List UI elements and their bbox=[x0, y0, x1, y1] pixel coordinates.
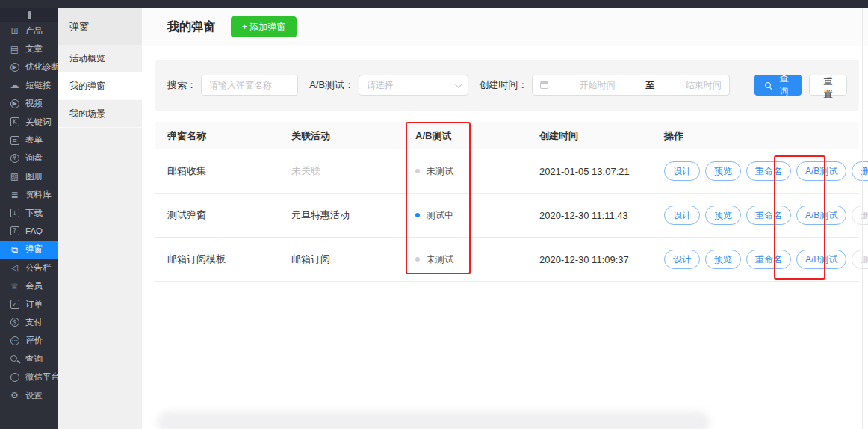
article-icon: ▤ bbox=[9, 43, 20, 55]
sidebar-item-library[interactable]: ≣ 资料库 bbox=[0, 186, 58, 204]
date-range-input[interactable]: 开始时间 至 结束时间 bbox=[532, 75, 730, 96]
col-linked-activity: 关联活动 bbox=[279, 129, 403, 143]
dollar-circle-icon: $ bbox=[10, 318, 19, 327]
sidebar-item-label: 订单 bbox=[25, 299, 43, 310]
sidebar-item-keywords[interactable]: K 关键词 bbox=[0, 113, 58, 131]
secondary-sidebar-nav: 活动概览 我的弹窗 我的场景 bbox=[58, 45, 142, 128]
design-button[interactable]: 设计 bbox=[664, 206, 700, 225]
sidebar-item-orders[interactable]: ✓ 订单 bbox=[0, 295, 58, 313]
sidebar-logo-area[interactable] bbox=[0, 8, 58, 22]
linked-activity: 元旦特惠活动 bbox=[279, 209, 403, 222]
sidebar-item-optimization-diagnosis[interactable]: ▶ 优化诊断 bbox=[0, 58, 58, 76]
sidebar-item-label: 资料库 bbox=[25, 189, 52, 200]
preview-button[interactable]: 预览 bbox=[705, 206, 741, 225]
sidebar-item-forms[interactable]: ≡ 表单 bbox=[0, 131, 58, 149]
subnav-item-label: 我的弹窗 bbox=[69, 81, 105, 91]
sidebar-item-faq[interactable]: ? FAQ bbox=[0, 222, 58, 240]
sidebar-item-label: 会员 bbox=[25, 280, 43, 291]
collapse-logo-bar-icon bbox=[28, 11, 31, 19]
calendar-icon bbox=[540, 81, 548, 89]
rename-button[interactable]: 重命名 bbox=[746, 161, 791, 181]
page-header: 我的弹窗 + 添加弹窗 bbox=[142, 8, 868, 46]
form-icon: ≡ bbox=[10, 136, 19, 145]
megaphone-icon: ◁ bbox=[9, 262, 20, 274]
delete-button-disabled: 删除 bbox=[852, 250, 868, 269]
design-button[interactable]: 设计 bbox=[664, 250, 700, 269]
library-icon: ≣ bbox=[9, 189, 20, 200]
table-header: 弹窗名称 关联活动 A/B测试 创建时间 操作 bbox=[155, 122, 859, 149]
sidebar-item-label: 微信平台 bbox=[25, 371, 60, 383]
main-sidebar: ⊞ 产品 ▤ 文章 ▶ 优化诊断 ☁ 短链接 ▶ 视频 K 关键词 bbox=[0, 8, 58, 429]
sidebar-item-products[interactable]: ⊞ 产品 bbox=[0, 22, 58, 40]
subnav-item-activity-overview[interactable]: 活动概览 bbox=[58, 45, 142, 72]
sidebar-item-label: 短链接 bbox=[25, 80, 52, 91]
col-abtest: A/B测试 bbox=[403, 129, 527, 143]
sidebar-item-label: 设置 bbox=[25, 390, 43, 401]
sidebar-item-members[interactable]: ♕ 会员 bbox=[0, 277, 58, 294]
delete-button[interactable]: 删除 bbox=[852, 161, 868, 181]
sidebar-item-label: 弹窗 bbox=[25, 244, 43, 255]
abtest-select-value: 请选择 bbox=[367, 79, 394, 92]
sidebar-item-payments[interactable]: $ 支付 bbox=[0, 313, 58, 331]
download-icon: ↓ bbox=[10, 209, 19, 217]
preview-button[interactable]: 预览 bbox=[705, 250, 741, 269]
search-icon bbox=[9, 354, 20, 365]
design-button[interactable]: 设计 bbox=[664, 161, 700, 181]
created-time-label: 创建时间： bbox=[479, 78, 527, 92]
preview-button[interactable]: 预览 bbox=[705, 161, 741, 181]
created-time: 2021-01-05 13:07:21 bbox=[527, 166, 652, 177]
query-button[interactable]: 查询 bbox=[754, 75, 802, 96]
page-title: 我的弹窗 bbox=[167, 19, 215, 35]
abtest-status: 未测试 bbox=[403, 253, 527, 266]
browser-top-bar bbox=[0, 0, 868, 8]
add-popup-button[interactable]: + 添加弹窗 bbox=[231, 16, 297, 37]
status-dot-icon bbox=[415, 213, 420, 217]
sidebar-item-label: 支付 bbox=[25, 317, 43, 328]
order-check-icon: ✓ bbox=[10, 300, 19, 309]
col-actions: 操作 bbox=[652, 129, 859, 143]
rename-button[interactable]: 重命名 bbox=[746, 250, 791, 269]
sidebar-item-inquiries[interactable]: ¥ 询盘 bbox=[0, 149, 58, 167]
sidebar-item-label: 视频 bbox=[25, 98, 43, 109]
sidebar-item-popups[interactable]: ⧉ 弹窗 bbox=[0, 241, 58, 259]
subnav-item-my-scenes[interactable]: 我的场景 bbox=[58, 100, 142, 128]
filter-bar: 搜索： 请输入弹窗名称 A/B测试： 请选择 创建时间： 开始时间 至 结束时间… bbox=[155, 60, 859, 111]
play-circle-icon: ▶ bbox=[10, 63, 19, 72]
sidebar-item-announcements[interactable]: ◁ 公告栏 bbox=[0, 259, 58, 277]
sidebar-item-short-links[interactable]: ☁ 短链接 bbox=[0, 76, 58, 94]
sidebar-item-gallery[interactable]: ▨ 图册 bbox=[0, 167, 58, 185]
abtest-button[interactable]: A/B测试 bbox=[796, 206, 846, 225]
status-dot-icon bbox=[415, 257, 420, 262]
reset-button[interactable]: 重置 bbox=[809, 75, 847, 96]
keyword-k-icon: K bbox=[10, 117, 19, 126]
gear-icon: ⚙ bbox=[9, 390, 20, 401]
col-popup-name: 弹窗名称 bbox=[155, 129, 279, 143]
abtest-button[interactable]: A/B测试 bbox=[796, 161, 846, 181]
start-date-placeholder: 开始时间 bbox=[579, 79, 615, 92]
comment-bubble-icon: ⋯ bbox=[10, 336, 19, 345]
abtest-select[interactable]: 请选择 bbox=[359, 75, 468, 96]
row-actions: 设计 预览 重命名 A/B测试 删除 bbox=[652, 206, 868, 225]
wechat-chat-icon: ⋯ bbox=[10, 373, 19, 382]
sidebar-item-wechat-platform[interactable]: ⋯ 微信平台 bbox=[0, 368, 58, 386]
main-content: 我的弹窗 + 添加弹窗 搜索： 请输入弹窗名称 A/B测试： 请选择 创建时间：… bbox=[142, 8, 868, 429]
sidebar-item-reviews[interactable]: ⋯ 评价 bbox=[0, 332, 58, 350]
sidebar-item-videos[interactable]: ▶ 视频 bbox=[0, 95, 58, 113]
scrollbar-track[interactable] bbox=[862, 8, 863, 429]
sidebar-item-label: FAQ bbox=[25, 226, 43, 235]
subnav-item-my-popups[interactable]: 我的弹窗 bbox=[58, 72, 142, 100]
sidebar-item-label: 优化诊断 bbox=[25, 61, 60, 72]
abtest-button[interactable]: A/B测试 bbox=[796, 250, 846, 269]
gallery-icon: ▨ bbox=[9, 171, 20, 182]
sidebar-item-label: 产品 bbox=[25, 25, 43, 37]
sidebar-item-label: 图册 bbox=[25, 171, 43, 182]
search-input[interactable]: 请输入弹窗名称 bbox=[201, 75, 298, 96]
rename-button[interactable]: 重命名 bbox=[746, 206, 791, 225]
grid-icon: ⊞ bbox=[9, 25, 20, 37]
sidebar-item-search[interactable]: 查询 bbox=[0, 350, 58, 368]
linked-activity: 未关联 bbox=[279, 164, 403, 178]
sidebar-item-settings[interactable]: ⚙ 设置 bbox=[0, 386, 58, 404]
sidebar-item-downloads[interactable]: ↓ 下载 bbox=[0, 204, 58, 222]
crown-icon: ♕ bbox=[9, 280, 20, 291]
sidebar-item-articles[interactable]: ▤ 文章 bbox=[0, 40, 58, 58]
